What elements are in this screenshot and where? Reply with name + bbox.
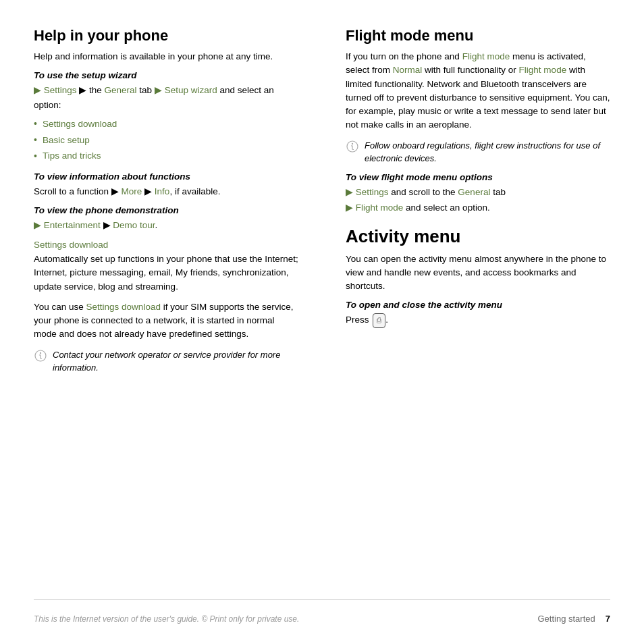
- entertainment-link: Entertainment: [44, 220, 101, 230]
- left-tip-box: Contact your network operator or service…: [34, 348, 298, 375]
- flight-mode-title: Flight mode menu: [346, 27, 610, 45]
- flight-nav-text1: and scroll to the: [389, 187, 458, 197]
- setup-wizard-bullets: Settings download Basic setup Tips and t…: [34, 116, 298, 164]
- if-available-text: , if available.: [169, 186, 220, 196]
- bullet-item: Tips and tricks: [34, 149, 298, 165]
- flight-mode-link1: Flight mode: [462, 51, 510, 61]
- footer-note: This is the Internet version of the user…: [34, 614, 299, 624]
- left-section-title: Help in your phone: [34, 27, 298, 45]
- subsection-info-title: To view information about functions: [34, 171, 298, 182]
- right-tip-text: Follow onboard regulations, flight crew …: [365, 139, 610, 165]
- right-tip-icon: [346, 140, 359, 153]
- flight-settings-link: Settings: [356, 187, 389, 197]
- flight-mode-intro: If you turn on the phone and Flight mode…: [346, 50, 610, 132]
- nav-arrow-1: ▶: [34, 85, 44, 95]
- left-intro-text: Help and information is available in you…: [34, 50, 298, 63]
- activity-menu-button: ⎙: [373, 313, 385, 328]
- activity-menu-title: Activity menu: [346, 226, 610, 247]
- arrow-text: ▶: [142, 186, 155, 196]
- footer-page-number: 7: [606, 614, 610, 624]
- setup-wizard-nav: ▶ Settings ▶ the General tab ▶ Setup wiz…: [34, 83, 298, 112]
- nav-text-1: ▶ the: [77, 85, 105, 95]
- nav-text-2: tab: [137, 85, 155, 95]
- period-after-button: .: [385, 315, 388, 325]
- right-column: Flight mode menu If you turn on the phon…: [339, 27, 610, 599]
- settings-link: Settings: [44, 85, 77, 95]
- page-container: Help in your phone Help and information …: [0, 0, 644, 644]
- flight-general-link: General: [458, 187, 490, 197]
- left-column: Help in your phone Help and information …: [34, 27, 312, 599]
- flight-intro-text3: with full functionality or: [422, 65, 518, 75]
- content-columns: Help in your phone Help and information …: [34, 27, 610, 599]
- activity-menu-press-line: Press ⎙.: [346, 313, 610, 327]
- flight-nav-text3: and select an option.: [403, 203, 489, 213]
- subsection-setup-wizard-title: To use the setup wizard: [34, 70, 298, 80]
- settings-download-header: Settings download: [34, 240, 298, 250]
- subsection-demo-title: To view the phone demonstration: [34, 205, 298, 215]
- flight-intro-text1: If you turn on the phone and: [346, 51, 462, 61]
- nav-arrow-2: ▶: [155, 85, 165, 95]
- activity-menu-subsection-title: To open and close the activity menu: [346, 300, 610, 310]
- flight-nav-arrow1: ▶: [346, 187, 356, 197]
- general-tab-link: General: [105, 85, 137, 95]
- activity-menu-intro: You can open the activity menu almost an…: [346, 252, 610, 294]
- tip-icon: [34, 349, 47, 363]
- footer-section-name: Getting started: [537, 614, 595, 624]
- you-can-use-text: You can use: [34, 302, 86, 312]
- normal-link: Normal: [393, 65, 423, 75]
- info-link: Info: [155, 186, 170, 196]
- footer-page-info: Getting started 7: [537, 614, 610, 624]
- settings-download-para2: You can use Settings download if your SI…: [34, 300, 298, 342]
- svg-point-1: [40, 352, 41, 353]
- info-functions-text: Scroll to a function ▶ More ▶ Info, if a…: [34, 184, 298, 199]
- flight-nav-line2: ▶ Flight mode and select an option.: [346, 200, 610, 215]
- nav-arrow-demo: ▶: [101, 220, 113, 230]
- settings-download-para1: Automatically set up functions in your p…: [34, 252, 298, 294]
- period: .: [155, 220, 158, 230]
- svg-point-3: [352, 142, 353, 144]
- flight-mode-option-link: Flight mode: [356, 203, 404, 213]
- left-tip-text: Contact your network operator or service…: [53, 348, 298, 375]
- settings-download-link: Settings download: [86, 302, 161, 312]
- demo-tour-link: Demo tour: [113, 220, 155, 230]
- nav-arrow-ent: ▶: [34, 220, 44, 230]
- press-label: Press: [346, 315, 369, 325]
- more-link: More: [122, 186, 142, 196]
- footer: This is the Internet version of the user…: [34, 599, 610, 624]
- setup-wizard-link: Setup wizard: [165, 85, 217, 95]
- bullet-item: Basic setup: [34, 132, 298, 149]
- demo-nav: ▶ Entertainment ▶ Demo tour.: [34, 218, 298, 233]
- scroll-text: Scroll to a function ▶: [34, 186, 122, 196]
- flight-nav-arrow2: ▶: [346, 203, 356, 213]
- flight-nav-line1: ▶ Settings and scroll to the General tab: [346, 185, 610, 200]
- flight-mode-link2: Flight mode: [519, 65, 567, 75]
- bullet-item: Settings download: [34, 116, 298, 132]
- right-tip-box: Follow onboard regulations, flight crew …: [346, 139, 610, 165]
- flight-nav-text2: tab: [490, 187, 506, 197]
- flight-options-title: To view flight mode menu options: [346, 172, 610, 182]
